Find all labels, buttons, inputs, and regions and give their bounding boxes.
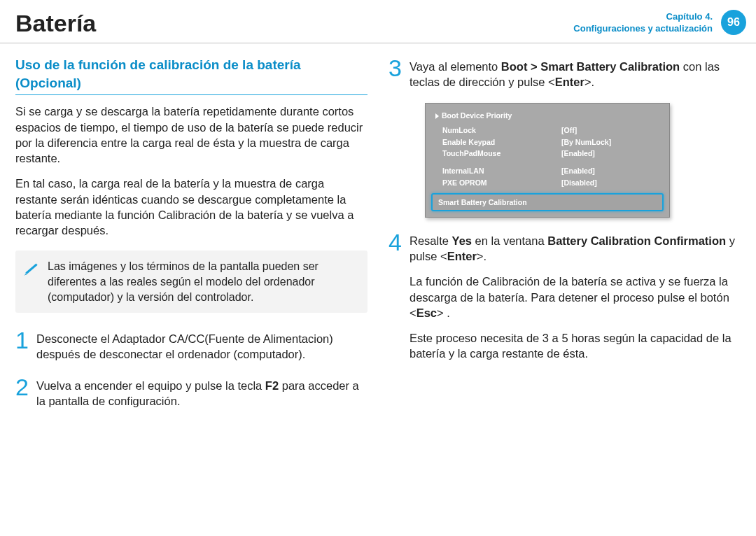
text: Vuelva a encender el equipo y pulse la t… [36, 379, 265, 392]
bios-inner: Boot Device Priority NumLock[Off] Enable… [426, 111, 669, 189]
bios-highlighted-item: Smart Battery Calibration [431, 193, 664, 211]
bold-window: Battery Calibration Confirmation [547, 234, 726, 247]
step-body: Resalte Yes en la ventana Battery Calibr… [410, 230, 741, 372]
chapter-line1: Capítulo 4. [573, 11, 713, 23]
step-1: 1 Desconecte el Adaptador CA/CC(Fuente d… [15, 328, 368, 362]
step-number: 4 [388, 230, 410, 372]
triangle-icon [435, 113, 439, 119]
bios-row: TouchPadMouse[Enabled] [435, 148, 659, 160]
left-column: Uso de la función de calibración de la b… [15, 56, 368, 421]
bold-key: F2 [265, 379, 279, 392]
section-heading: Uso de la función de calibración de la b… [15, 56, 368, 95]
text: en la ventana [472, 234, 547, 247]
note-icon [22, 259, 41, 277]
bios-heading-text: Boot Device Priority [442, 111, 512, 120]
bios-key: TouchPadMouse [442, 148, 561, 160]
paragraph: Si se carga y se descarga la batería rep… [15, 104, 368, 166]
bios-heading: Boot Device Priority [435, 111, 659, 120]
content-columns: Uso de la función de calibración de la b… [0, 43, 756, 421]
paragraph: Resalte Yes en la ventana Battery Calibr… [410, 233, 741, 265]
bios-row: NumLock[Off] [435, 125, 659, 136]
bold-key: Enter [447, 250, 477, 262]
bold-yes: Yes [452, 234, 472, 247]
bios-value: [By NumLock] [561, 136, 611, 148]
text: La función de Calibración de la batería … [410, 275, 729, 319]
step-body: Desconecte el Adaptador CA/CC(Fuente de … [36, 328, 368, 362]
bold-key: Esc [416, 306, 437, 319]
bios-screenshot: Boot Device Priority NumLock[Off] Enable… [425, 103, 670, 218]
step-3: 3 Vaya al elemento Boot > Smart Battery … [388, 56, 741, 90]
step-number: 3 [388, 56, 410, 90]
bios-row: PXE OPROM[Disabled] [435, 177, 659, 189]
step-2: 2 Vuelva a encender el equipo y pulse la… [15, 375, 368, 409]
bios-key: NumLock [442, 125, 561, 136]
note-text: Las imágenes y los términos de la pantal… [48, 260, 318, 302]
bios-key: Enable Keypad [442, 136, 561, 148]
text: Vaya al elemento [410, 60, 501, 73]
paragraph: La función de Calibración de la batería … [410, 274, 741, 320]
page-number-badge: 96 [721, 10, 746, 35]
bios-key: PXE OPROM [442, 177, 561, 189]
step-number: 2 [15, 375, 36, 409]
step-body: Vaya al elemento Boot > Smart Battery Ca… [410, 56, 741, 90]
bios-key: InternalLAN [442, 165, 561, 177]
chapter-line2: Configuraciones y actualización [573, 23, 713, 35]
step-4: 4 Resalte Yes en la ventana Battery Cali… [388, 230, 741, 372]
bios-row: InternalLAN[Enabled] [435, 165, 659, 177]
text: > . [437, 306, 450, 319]
note-box: Las imágenes y los términos de la pantal… [15, 251, 368, 313]
bios-row: Enable Keypad[By NumLock] [435, 136, 659, 148]
text: >. [584, 76, 594, 88]
bios-value: [Disabled] [561, 177, 597, 189]
text: Resalte [410, 234, 452, 247]
bios-value: [Enabled] [561, 165, 595, 177]
bios-value: [Enabled] [561, 148, 595, 160]
step-body: Vuelva a encender el equipo y pulse la t… [36, 375, 368, 409]
step-number: 1 [15, 328, 36, 362]
text: >. [477, 250, 486, 262]
chapter-label: Capítulo 4. Configuraciones y actualizac… [573, 11, 713, 35]
bold-key: Enter [555, 76, 584, 88]
bold-path: Boot > Smart Battery Calibration [501, 60, 680, 73]
paragraph: En tal caso, la carga real de la batería… [15, 176, 368, 238]
bios-value: [Off] [561, 125, 577, 136]
right-column: 3 Vaya al elemento Boot > Smart Battery … [388, 56, 741, 421]
paragraph: Este proceso necesita de 3 a 5 horas seg… [410, 330, 741, 362]
